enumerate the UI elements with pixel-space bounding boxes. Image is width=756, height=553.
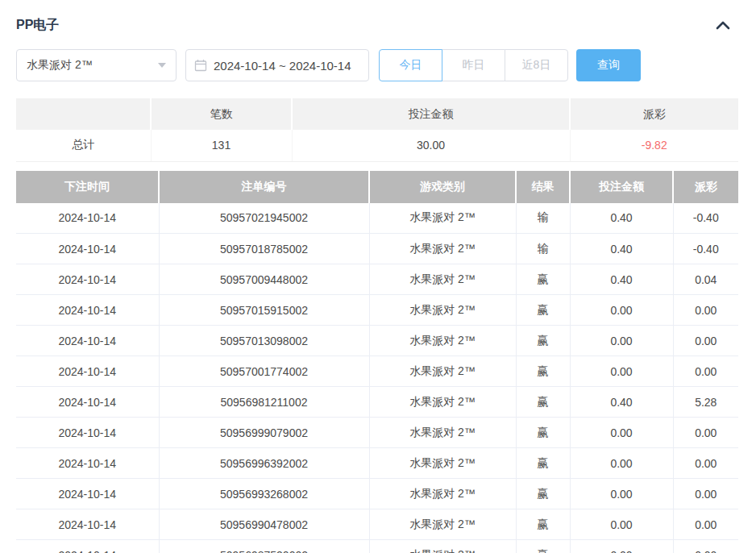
record-cell-result: 赢 xyxy=(516,326,570,356)
caret-down-icon xyxy=(158,63,166,68)
record-row: 2024-10-1450957013098002水果派对 2™赢0.000.00 xyxy=(16,326,738,356)
record-cell-result: 赢 xyxy=(516,479,570,509)
record-cell-bet-time: 2024-10-14 xyxy=(16,509,159,540)
record-row: 2024-10-1450957009448002水果派对 2™赢0.400.04 xyxy=(16,264,738,295)
record-cell-result: 赢 xyxy=(516,264,570,295)
record-cell-result: 赢 xyxy=(516,540,570,553)
record-cell-order-id: 50957013098002 xyxy=(159,326,369,356)
summary-col-payout: 派彩 xyxy=(570,98,738,130)
collapse-button[interactable] xyxy=(716,20,730,30)
record-cell-bet-time: 2024-10-14 xyxy=(16,387,159,418)
record-cell-bet-time: 2024-10-14 xyxy=(16,295,159,326)
record-row: 2024-10-1450956987530002水果派对 2™赢0.000.00 xyxy=(16,540,738,553)
record-cell-bet-amount: 0.00 xyxy=(570,356,673,387)
quick-date-button-group: 今日 昨日 近8日 xyxy=(379,49,568,81)
record-row: 2024-10-1450956999079002水果派对 2™赢0.000.00 xyxy=(16,418,738,448)
record-cell-game-type: 水果派对 2™ xyxy=(369,387,516,418)
record-cell-bet-time: 2024-10-14 xyxy=(16,448,159,479)
panel-header: PP电子 xyxy=(16,16,738,34)
record-cell-game-type: 水果派对 2™ xyxy=(369,418,516,448)
last-8-days-button[interactable]: 近8日 xyxy=(505,49,568,81)
record-cell-result: 赢 xyxy=(516,448,570,479)
date-range-input[interactable]: 2024-10-14 ~ 2024-10-14 xyxy=(185,49,369,81)
record-cell-payout: -0.40 xyxy=(673,234,738,264)
record-cell-bet-time: 2024-10-14 xyxy=(16,203,159,234)
record-cell-game-type: 水果派对 2™ xyxy=(369,203,516,234)
pp-games-panel: PP电子 水果派对 2™ 2024-10-14 ~ 2024-10-14 xyxy=(0,0,756,553)
record-cell-payout: 0.00 xyxy=(673,540,738,553)
summary-total-bet-amount: 30.00 xyxy=(292,130,570,161)
summary-table: 笔数 投注金额 派彩 总计 131 30.00 -9.82 xyxy=(16,98,738,162)
record-cell-bet-amount: 0.00 xyxy=(570,479,673,509)
record-cell-result: 输 xyxy=(516,234,570,264)
record-cell-payout: 5.28 xyxy=(673,387,738,418)
summary-col-count: 笔数 xyxy=(151,98,292,130)
record-cell-bet-amount: 0.40 xyxy=(570,387,673,418)
record-cell-bet-time: 2024-10-14 xyxy=(16,479,159,509)
record-cell-result: 赢 xyxy=(516,295,570,326)
record-cell-bet-time: 2024-10-14 xyxy=(16,356,159,387)
record-cell-bet-time: 2024-10-14 xyxy=(16,326,159,356)
record-cell-payout: -0.40 xyxy=(673,203,738,234)
record-cell-bet-amount: 0.00 xyxy=(570,540,673,553)
record-row: 2024-10-1450957001774002水果派对 2™赢0.000.00 xyxy=(16,356,738,387)
records-col-bet-time: 下注时间 xyxy=(16,171,159,203)
filter-bar: 水果派对 2™ 2024-10-14 ~ 2024-10-14 今日 昨日 近8… xyxy=(16,49,738,81)
record-cell-bet-amount: 0.00 xyxy=(570,448,673,479)
record-cell-payout: 0.00 xyxy=(673,509,738,540)
record-cell-bet-time: 2024-10-14 xyxy=(16,418,159,448)
record-cell-game-type: 水果派对 2™ xyxy=(369,295,516,326)
record-cell-bet-amount: 0.40 xyxy=(570,264,673,295)
summary-col-bet-amount: 投注金额 xyxy=(292,98,570,130)
record-cell-game-type: 水果派对 2™ xyxy=(369,264,516,295)
record-row: 2024-10-1450957021945002水果派对 2™输0.40-0.4… xyxy=(16,203,738,234)
record-cell-payout: 0.00 xyxy=(673,295,738,326)
record-cell-result: 赢 xyxy=(516,387,570,418)
record-cell-bet-amount: 0.00 xyxy=(570,326,673,356)
game-select[interactable]: 水果派对 2™ xyxy=(16,49,177,81)
record-cell-bet-amount: 0.00 xyxy=(570,295,673,326)
records-header-row: 下注时间 注单编号 游戏类别 结果 投注金额 派彩 xyxy=(16,171,738,203)
record-cell-game-type: 水果派对 2™ xyxy=(369,326,516,356)
summary-total-payout: -9.82 xyxy=(570,130,738,161)
record-cell-order-id: 50957021945002 xyxy=(159,203,369,234)
record-cell-result: 赢 xyxy=(516,356,570,387)
record-row: 2024-10-1450957015915002水果派对 2™赢0.000.00 xyxy=(16,295,738,326)
record-row: 2024-10-1450956996392002水果派对 2™赢0.000.00 xyxy=(16,448,738,479)
record-cell-payout: 0.04 xyxy=(673,264,738,295)
record-cell-bet-amount: 0.40 xyxy=(570,234,673,264)
record-cell-bet-time: 2024-10-14 xyxy=(16,234,159,264)
record-cell-game-type: 水果派对 2™ xyxy=(369,356,516,387)
record-cell-bet-time: 2024-10-14 xyxy=(16,540,159,553)
yesterday-button[interactable]: 昨日 xyxy=(442,49,505,81)
records-col-order-id: 注单编号 xyxy=(159,171,369,203)
records-col-game-type: 游戏类别 xyxy=(369,171,516,203)
today-button[interactable]: 今日 xyxy=(379,49,442,81)
record-cell-order-id: 50956999079002 xyxy=(159,418,369,448)
search-button[interactable]: 查询 xyxy=(576,49,641,81)
record-cell-order-id: 50957001774002 xyxy=(159,356,369,387)
record-cell-order-id: 50956990478002 xyxy=(159,509,369,540)
record-cell-payout: 0.00 xyxy=(673,479,738,509)
record-row: 2024-10-1450957018785002水果派对 2™输0.40-0.4… xyxy=(16,234,738,264)
record-cell-payout: 0.00 xyxy=(673,418,738,448)
records-col-result: 结果 xyxy=(516,171,570,203)
record-cell-order-id: 50957018785002 xyxy=(159,234,369,264)
record-cell-order-id: 50956981211002 xyxy=(159,387,369,418)
record-cell-payout: 0.00 xyxy=(673,356,738,387)
game-select-value: 水果派对 2™ xyxy=(27,58,93,73)
summary-header-row: 笔数 投注金额 派彩 xyxy=(16,98,738,130)
record-cell-bet-amount: 0.00 xyxy=(570,418,673,448)
record-cell-bet-amount: 0.00 xyxy=(570,509,673,540)
record-cell-order-id: 50956993268002 xyxy=(159,479,369,509)
records-tbody: 2024-10-1450957021945002水果派对 2™输0.40-0.4… xyxy=(16,203,738,553)
records-table: 下注时间 注单编号 游戏类别 结果 投注金额 派彩 2024-10-145095… xyxy=(16,171,738,553)
record-cell-result: 输 xyxy=(516,203,570,234)
summary-total-row: 总计 131 30.00 -9.82 xyxy=(16,130,738,161)
record-cell-payout: 0.00 xyxy=(673,326,738,356)
summary-total-label: 总计 xyxy=(16,130,151,161)
record-cell-game-type: 水果派对 2™ xyxy=(369,234,516,264)
record-row: 2024-10-1450956990478002水果派对 2™赢0.000.00 xyxy=(16,509,738,540)
record-cell-order-id: 50956996392002 xyxy=(159,448,369,479)
record-cell-order-id: 50956987530002 xyxy=(159,540,369,553)
